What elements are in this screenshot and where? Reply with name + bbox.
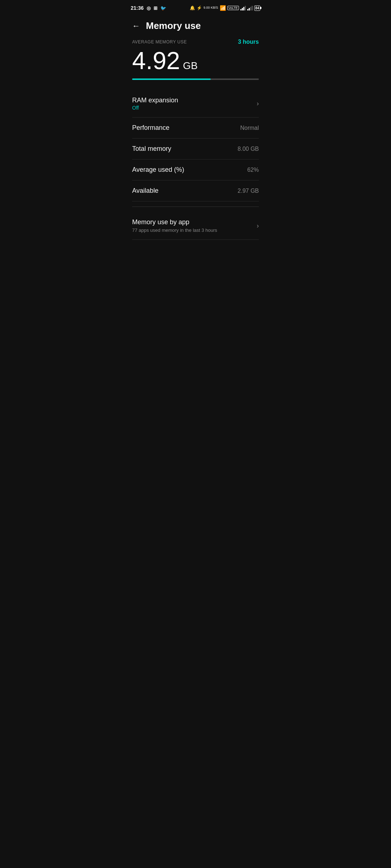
main-content: AVERAGE MEMORY USE 3 hours 4.92 GB RAM e… [125, 39, 266, 240]
total-memory-item: Total memory 8.00 GB [132, 139, 259, 159]
avg-used-value: 62% [247, 167, 259, 173]
back-button[interactable]: ← [132, 21, 140, 31]
ram-expansion-chevron: › [257, 100, 259, 107]
avg-memory-time[interactable]: 3 hours [238, 39, 259, 45]
avg-used-percent-item: Average used (%) 62% [132, 159, 259, 180]
avg-memory-label: AVERAGE MEMORY USE [132, 39, 187, 44]
signal-bars-1 [240, 5, 246, 10]
memory-unit: GB [183, 60, 197, 72]
performance-value: Normal [240, 125, 259, 131]
performance-title: Performance [132, 124, 169, 132]
memory-by-app-subtitle: 77 apps used memory in the last 3 hours [132, 227, 217, 233]
grid-icon: ⊞ [154, 5, 157, 11]
wifi-icon: 📶 [220, 5, 226, 11]
memory-number: 4.92 [132, 48, 180, 73]
status-right-area: 🔔 ⚡ 9.00 KB/S 📶 VoLTE 84 [190, 5, 260, 11]
average-memory-row: AVERAGE MEMORY USE 3 hours [132, 39, 259, 45]
whatsapp-icon: ◎ [147, 5, 151, 11]
available-memory-item: Available 2.97 GB [132, 180, 259, 201]
bluetooth-icon: ⚡ [197, 5, 202, 10]
memory-by-app-chevron: › [257, 222, 259, 230]
ram-expansion-subtitle: Off [132, 105, 178, 111]
total-memory-title: Total memory [132, 145, 171, 153]
network-speed: 9.00 KB/S [203, 6, 218, 10]
available-value: 2.97 GB [237, 188, 259, 194]
bell-icon: 🔔 [190, 5, 195, 10]
memory-by-app-item[interactable]: Memory use by app 77 apps used memory in… [132, 212, 259, 240]
ram-expansion-title: RAM expansion [132, 97, 178, 104]
volte-icon: VoLTE [227, 6, 239, 10]
status-time-area: 21:36 ◎ ⊞ 🐦 [131, 5, 166, 11]
battery-indicator: 84 [254, 5, 260, 11]
memory-progress-fill [132, 78, 211, 80]
total-memory-value: 8.00 GB [237, 146, 259, 152]
page-title: Memory use [146, 20, 201, 31]
performance-item: Performance Normal [132, 118, 259, 139]
time-display: 21:36 [131, 5, 144, 11]
memory-value-display: 4.92 GB [132, 48, 259, 73]
page-header: ← Memory use [125, 14, 266, 39]
memory-progress-bar [132, 78, 259, 80]
ram-expansion-item[interactable]: RAM expansion Off › [132, 90, 259, 118]
section-divider [132, 207, 259, 207]
signal-bars-2 [247, 5, 253, 10]
avg-used-title: Average used (%) [132, 166, 184, 174]
memory-by-app-title: Memory use by app [132, 218, 217, 226]
status-bar: 21:36 ◎ ⊞ 🐦 🔔 ⚡ 9.00 KB/S 📶 VoLTE 84 [125, 0, 266, 14]
available-title: Available [132, 187, 159, 195]
bird-icon: 🐦 [160, 5, 166, 11]
